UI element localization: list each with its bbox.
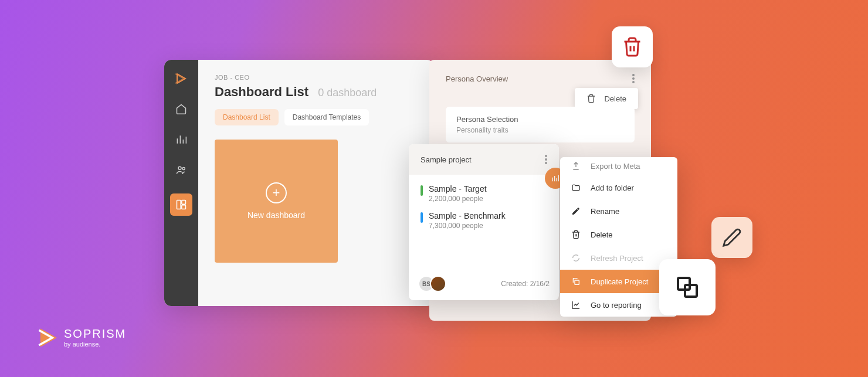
created-date: Created: 2/16/2: [501, 280, 550, 288]
menu-rename-label: Rename: [591, 207, 619, 216]
menu-export-label: Export to Meta: [591, 162, 640, 171]
plus-icon: +: [266, 182, 287, 203]
menu-refresh-label: Refresh Project: [591, 254, 643, 263]
project-title: Sample project: [421, 155, 472, 164]
brand-mark-icon: [38, 328, 58, 348]
menu-delete-label: Delete: [591, 230, 613, 239]
avatar-group: BS: [418, 276, 442, 292]
project-footer: BS Created: 2/16/2: [418, 276, 550, 292]
brand-by: by audiense.: [64, 341, 126, 348]
page-subtitle: 0 dashboard: [318, 87, 377, 99]
reporting-icon: [571, 300, 581, 310]
brand-text: SOPRISM by audiense.: [64, 327, 126, 348]
logo-icon: [174, 72, 188, 86]
trash-icon: [622, 36, 643, 57]
persona-section[interactable]: Persona Selection Personality traits: [446, 107, 635, 142]
svg-point-1: [182, 167, 185, 169]
users-icon[interactable]: [174, 163, 188, 177]
benchmark-people: 7,300,000 people: [429, 222, 547, 230]
tab-dashboard-list[interactable]: Dashboard List: [215, 109, 279, 125]
project-header: Sample project: [409, 144, 559, 175]
project-body: Sample - Target 2,200,000 people Sample …: [409, 175, 559, 247]
breadcrumb: JOB - CEO: [215, 74, 418, 81]
brand-logo: SOPRISM by audiense.: [38, 327, 126, 348]
svg-point-0: [178, 167, 181, 169]
benchmark-info: Sample - Benchmark 7,300,000 people: [429, 211, 547, 230]
float-duplicate-card[interactable]: [659, 259, 716, 315]
svg-rect-4: [182, 205, 186, 209]
delete-popup[interactable]: Delete: [575, 88, 638, 109]
page-title-row: Dashboard List 0 dashboard: [215, 84, 418, 100]
dashboard-content: JOB - CEO Dashboard List 0 dashboard Das…: [198, 60, 434, 306]
dashboard-window: JOB - CEO Dashboard List 0 dashboard Das…: [164, 60, 434, 306]
persona-title: Persona Overview: [446, 74, 508, 83]
project-more-icon[interactable]: [545, 155, 547, 164]
tab-dashboard-templates[interactable]: Dashboard Templates: [284, 109, 369, 125]
svg-rect-3: [182, 201, 186, 205]
menu-delete[interactable]: Delete: [560, 223, 677, 246]
brand-name: SOPRISM: [64, 327, 126, 341]
new-dashboard-card[interactable]: + New dashboard: [215, 140, 338, 263]
target-info: Sample - Target 2,200,000 people: [429, 184, 547, 203]
copy-icon: [571, 276, 581, 287]
benchmark-row[interactable]: Sample - Benchmark 7,300,000 people: [421, 211, 547, 230]
page-title: Dashboard List: [215, 84, 308, 100]
more-icon[interactable]: [632, 74, 635, 83]
svg-rect-5: [575, 280, 579, 284]
persona-section-title: Persona Selection: [456, 115, 624, 124]
trash-icon: [571, 229, 581, 240]
target-name: Sample - Target: [429, 184, 547, 193]
menu-add-folder[interactable]: Add to folder: [560, 176, 677, 199]
float-trash-card[interactable]: [612, 26, 653, 67]
svg-rect-2: [177, 201, 181, 209]
pencil-icon: [571, 206, 581, 216]
delete-label: Delete: [604, 94, 626, 103]
sidebar: [164, 60, 198, 306]
target-row[interactable]: Sample - Target 2,200,000 people: [421, 184, 547, 203]
menu-add-folder-label: Add to folder: [591, 184, 634, 192]
home-icon[interactable]: [174, 102, 188, 116]
target-people: 2,200,000 people: [429, 195, 547, 203]
pencil-icon: [722, 227, 742, 247]
menu-rename[interactable]: Rename: [560, 199, 677, 223]
copy-icon: [673, 273, 701, 301]
dashboard-icon[interactable]: [170, 193, 192, 216]
benchmark-name: Sample - Benchmark: [429, 211, 547, 220]
persona-section-sub: Personality traits: [456, 126, 624, 134]
refresh-icon: [571, 253, 581, 263]
float-edit-card[interactable]: [711, 217, 752, 258]
chart-icon[interactable]: [174, 133, 188, 147]
menu-reporting-label: Go to reporting: [591, 301, 642, 310]
new-dashboard-label: New dashboard: [247, 210, 305, 220]
folder-icon: [571, 182, 581, 193]
project-card: Sample project Sample - Target 2,200,000…: [409, 144, 559, 300]
tabs: Dashboard List Dashboard Templates: [215, 109, 418, 125]
persona-header: Persona Overview: [446, 74, 635, 83]
avatar-photo[interactable]: [430, 276, 446, 292]
target-color-bar: [421, 185, 423, 196]
benchmark-color-bar: [421, 212, 423, 223]
trash-icon: [586, 94, 596, 103]
menu-export[interactable]: Export to Meta: [560, 157, 677, 176]
menu-duplicate-label: Duplicate Project: [591, 277, 648, 286]
export-icon: [571, 161, 581, 171]
